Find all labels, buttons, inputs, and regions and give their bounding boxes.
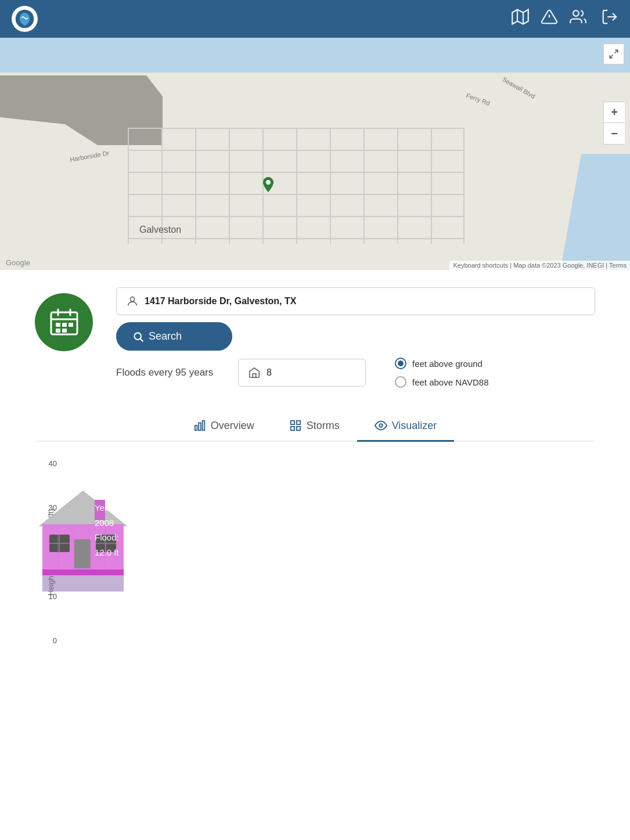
map-city-label: Galveston [139,225,181,235]
svg-rect-43 [42,575,124,592]
tab-overview[interactable]: Overview [176,411,272,442]
map-pin[interactable] [261,177,275,194]
bar-chart-icon [193,419,206,432]
search-right-panel: Search Floods every 95 years feet above … [116,287,595,394]
map-icon[interactable] [512,8,529,30]
fullscreen-button[interactable] [603,44,624,64]
svg-point-31 [379,424,383,427]
svg-point-20 [130,297,134,301]
tab-visualizer[interactable]: Visualizer [357,411,455,442]
map-view[interactable]: Harborside Dr Seawall Blvd Ferry Rd Galv… [0,38,630,270]
svg-rect-16 [62,323,67,327]
house-icon [248,366,261,379]
visualizer-section: Height above NAVD88 (ft) 0 10 20 30 40 [35,459,595,645]
svg-point-6 [573,10,579,16]
svg-rect-15 [56,323,60,327]
elevation-input-container[interactable] [238,359,366,387]
y-tick-0: 0 [39,636,57,645]
header-nav-icons [512,8,618,30]
svg-rect-42 [42,569,124,575]
radio-feet-above-ground[interactable]: feet above ground [395,358,488,369]
map-attribution: Keyboard shortcuts | Map data ©2023 Goog… [449,261,630,270]
people-icon[interactable] [570,8,589,30]
svg-line-22 [141,338,143,341]
y-tick-40: 40 [39,459,57,468]
svg-line-9 [615,50,618,53]
radio-circle-navd88 [395,376,406,388]
elevation-row: Floods every 95 years feet above ground [116,358,595,388]
svg-point-8 [266,180,271,185]
search-icon [132,331,144,343]
chart-house-illustration [25,488,141,593]
zoom-out-button[interactable]: − [604,123,625,144]
grid-icon [289,419,302,432]
svg-rect-23 [253,374,256,377]
flood-label: Floods every 95 years [116,367,221,378]
map-controls [603,44,624,64]
chart-outer: 0 10 20 30 40 [60,459,83,645]
storm-flood: Flood: 12.0 ft [95,530,120,560]
google-logo: Google [6,258,30,267]
logout-icon[interactable] [601,8,618,30]
address-input[interactable] [145,296,585,307]
alert-icon[interactable] [541,8,558,30]
svg-rect-24 [195,426,197,430]
svg-rect-17 [69,323,73,327]
svg-line-10 [610,55,613,58]
y-tick-10: 10 [39,592,57,601]
svg-rect-30 [296,427,300,430]
svg-point-21 [134,333,141,340]
eye-icon [375,419,387,432]
radio-group: feet above ground feet above NAVD88 [395,358,488,388]
app-header [0,0,630,38]
zoom-in-button[interactable]: + [604,102,625,123]
svg-rect-19 [62,329,67,333]
calendar-icon-circle [35,293,93,351]
chart-wrap: Height above NAVD88 (ft) 0 10 20 30 40 [46,459,584,645]
svg-marker-1 [512,10,528,24]
app-logo[interactable] [12,6,38,32]
radio-feet-navd88[interactable]: feet above NAVD88 [395,376,488,388]
svg-rect-36 [74,539,91,568]
svg-rect-29 [290,427,294,430]
elevation-input[interactable] [267,367,301,378]
chart-storm-info: Storm: Ike Year: 2008 Flood: 12.0 ft [95,471,120,560]
main-content: Search Floods every 95 years feet above … [0,270,630,662]
storm-name: Storm: Ike [95,471,120,500]
svg-rect-25 [199,423,201,430]
svg-rect-28 [296,421,300,424]
tab-storms[interactable]: Storms [272,411,357,442]
search-button[interactable]: Search [116,322,232,351]
svg-rect-26 [202,421,204,431]
tabs-row: Overview Storms Visualizer [35,411,595,442]
address-input-container[interactable] [116,287,595,315]
radio-circle-ground [395,358,406,369]
svg-rect-18 [56,329,60,333]
storm-year: Year: 2008 [95,500,120,530]
person-location-icon [126,295,139,308]
svg-rect-27 [290,421,294,424]
search-section: Search Floods every 95 years feet above … [35,287,595,394]
